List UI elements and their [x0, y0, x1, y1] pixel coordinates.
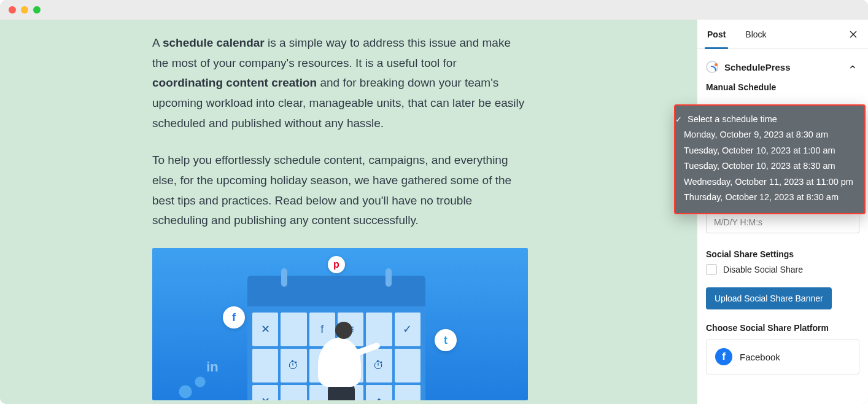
facebook-icon: f [223, 306, 245, 328]
pinterest-icon: p [328, 256, 345, 273]
republish-input[interactable] [706, 211, 859, 233]
facebook-icon: f [715, 348, 732, 365]
plants-illustration [171, 357, 220, 400]
sidebar-tabs: Post Block [697, 20, 868, 49]
platform-facebook-card[interactable]: f Facebook [706, 339, 859, 375]
panel-collapse-button[interactable] [846, 60, 859, 74]
schedulepress-panel: SchedulePress Manual Schedule Republish … [697, 49, 868, 389]
upload-social-share-banner-button[interactable]: Upload Social Share Banner [706, 287, 832, 309]
panel-title: SchedulePress [724, 62, 791, 72]
social-share-settings-label: Social Share Settings [706, 249, 859, 259]
tab-block[interactable]: Block [735, 20, 776, 49]
post-paragraph[interactable]: A schedule calendar is a simple way to a… [152, 33, 528, 133]
dropdown-option[interactable]: Monday, October 9, 2023 at 8:30 am [684, 127, 856, 142]
post-paragraph[interactable]: To help you effortlessly schedule conten… [152, 150, 528, 231]
text-strong: schedule calendar [163, 36, 265, 49]
window-titlebar [0, 0, 868, 20]
post-hero-image[interactable]: ✕f≡✓ ⏱⏱ ✕✓t p f t in [152, 248, 528, 400]
disable-social-share-checkbox[interactable] [706, 264, 717, 275]
dropdown-option[interactable]: Tuesday, October 10, 2023 at 8:30 am [684, 158, 856, 174]
person-illustration [306, 307, 379, 400]
close-icon [848, 29, 858, 39]
chevron-up-icon [848, 63, 857, 71]
window-traffic-lights [9, 6, 41, 14]
close-window-button[interactable] [9, 6, 16, 14]
post-content[interactable]: A schedule calendar is a simple way to a… [152, 33, 528, 400]
panel-header[interactable]: SchedulePress [706, 60, 859, 74]
schedulepress-icon [706, 61, 718, 73]
zoom-window-button[interactable] [33, 6, 41, 14]
dropdown-option[interactable]: Wednesday, October 11, 2023 at 11:00 pm [684, 174, 856, 190]
choose-platform-label: Choose Social Share Platform [706, 323, 859, 333]
dropdown-option[interactable]: Thursday, October 12, 2023 at 8:30 am [684, 190, 856, 205]
manual-schedule-label: Manual Schedule [706, 82, 859, 92]
editor-workspace: A schedule calendar is a simple way to a… [0, 20, 868, 404]
schedule-time-dropdown[interactable]: Select a schedule time Monday, October 9… [674, 104, 866, 214]
text-run: A [152, 36, 163, 49]
close-sidebar-button[interactable] [846, 27, 861, 42]
dropdown-option-placeholder[interactable]: Select a schedule time [684, 112, 856, 127]
text-strong: coordinating content creation [152, 76, 317, 89]
dropdown-option[interactable]: Tuesday, October 10, 2023 at 1:00 am [684, 143, 856, 158]
platform-facebook-label: Facebook [740, 352, 780, 362]
twitter-icon: t [435, 329, 457, 351]
editor-content-column: A schedule calendar is a simple way to a… [0, 20, 697, 404]
disable-social-share-row[interactable]: Disable Social Share [706, 264, 859, 275]
tab-post[interactable]: Post [697, 20, 735, 49]
minimize-window-button[interactable] [21, 6, 28, 14]
disable-social-share-label: Disable Social Share [723, 265, 803, 274]
app-window: A schedule calendar is a simple way to a… [0, 0, 868, 404]
